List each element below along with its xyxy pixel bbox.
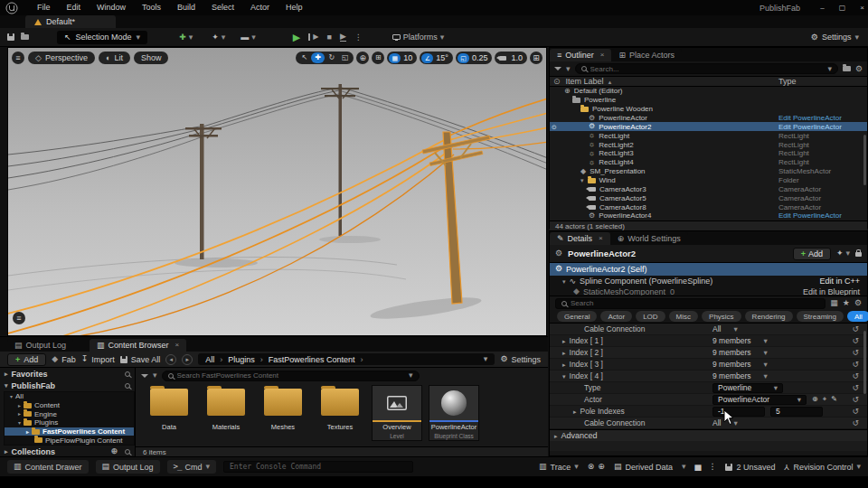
outliner-row[interactable]: WindFolder [550, 176, 867, 185]
output-log-button[interactable]: Output Log [96, 460, 160, 474]
collapsed-arrow-icon[interactable] [562, 350, 566, 356]
outliner-search-input[interactable] [590, 65, 825, 73]
rotate-tool-button[interactable] [325, 52, 338, 63]
outliner-row[interactable]: Powerline Wooden [550, 105, 867, 114]
index-3-members-dropdown[interactable]: 9 members [712, 360, 768, 369]
property-row-index-4[interactable]: Index [ 4 ]9 members [550, 371, 867, 382]
rotation-snap-control[interactable]: 15° [420, 52, 453, 64]
filter-tab-misc[interactable]: Misc [669, 311, 698, 322]
search-icon[interactable] [125, 449, 130, 455]
edit-actor-link[interactable]: Edit PowerlineActor [778, 211, 842, 220]
cable-connection-dropdown[interactable]: All [712, 418, 738, 427]
asset-folder-meshes[interactable]: Meshes [257, 385, 309, 446]
unreal-logo-icon[interactable] [0, 0, 24, 15]
asset-powerlineactor-blueprint[interactable]: PowerlineActor Blueprint Class [428, 385, 480, 446]
blueprint-convert-dropdown[interactable] [836, 249, 850, 258]
asset-overview-level[interactable]: Overview Level [371, 385, 423, 446]
derived-data-dropdown[interactable]: Derived Data [614, 463, 686, 472]
platforms-dropdown[interactable]: Platforms [392, 33, 445, 42]
advanced-section-header[interactable]: Advanced [550, 429, 867, 441]
search-icon[interactable] [125, 383, 130, 389]
filter-tab-actor[interactable]: Actor [600, 311, 632, 322]
move-tool-button[interactable] [311, 52, 325, 63]
tab-output-log[interactable]: Output Log [7, 339, 73, 352]
asset-search-box[interactable] [162, 371, 420, 381]
tab-outliner[interactable]: Outliner [550, 49, 611, 61]
type-column[interactable]: Type [778, 77, 797, 86]
breadcrumb-plugins[interactable]: Plugins [228, 355, 255, 364]
create-folder-icon[interactable] [843, 66, 851, 71]
menu-build[interactable]: Build [169, 0, 203, 15]
edit-actor-link[interactable]: Edit PowerlineActor [778, 123, 842, 131]
outliner-row[interactable]: SM_PresentationStaticMeshActor [550, 167, 867, 176]
tree-item-engine[interactable]: Engine [5, 409, 134, 418]
stop-button[interactable] [326, 33, 331, 42]
add-actor-dropdown[interactable] [179, 33, 193, 42]
selection-mode-dropdown[interactable]: Selection Mode [57, 31, 147, 44]
property-row-index-3[interactable]: Index [ 3 ]9 members [550, 359, 867, 371]
details-scrollbar[interactable] [863, 331, 866, 394]
perspective-dropdown[interactable]: ◇Perspective [28, 52, 95, 64]
edit-in-cpp-link[interactable]: Edit in C++ [819, 277, 860, 286]
viewport-options-menu[interactable] [12, 52, 24, 64]
reset-icon[interactable] [852, 325, 859, 333]
close-icon[interactable] [600, 52, 605, 59]
blueprints-dropdown[interactable] [212, 33, 225, 42]
launch-button[interactable] [340, 33, 346, 42]
actor-reference-dropdown[interactable]: PowerlineActor [712, 395, 807, 405]
back-button[interactable]: ◂ [165, 354, 176, 365]
details-search-input[interactable] [571, 299, 819, 307]
level-tab[interactable]: Default* [25, 15, 116, 28]
eye-icon[interactable] [552, 124, 557, 130]
visibility-column-icon[interactable] [553, 78, 561, 86]
component-row-spline[interactable]: Spline Component (PowerlineSpline)Edit i… [550, 276, 867, 288]
scale-snap-control[interactable]: 0.25 [456, 52, 493, 64]
component-row-self[interactable]: PowerlineActor2 (Self) [550, 263, 867, 276]
scale-tool-button[interactable] [338, 52, 352, 63]
outliner-row[interactable]: CameraActor8CameraActor [550, 202, 867, 211]
close-icon[interactable] [599, 235, 603, 242]
close-icon[interactable] [175, 342, 180, 349]
project-section[interactable]: PublishFab [0, 380, 135, 391]
menu-select[interactable]: Select [203, 0, 242, 15]
save-all-button[interactable]: Save All [120, 355, 161, 364]
menu-window[interactable]: Window [89, 0, 134, 15]
revision-control-dropdown[interactable]: Revision Control [784, 463, 861, 472]
outliner-row[interactable]: RectLight2RectLight [550, 140, 867, 149]
chevron-down-icon[interactable] [566, 65, 571, 73]
console-command-input[interactable] [223, 461, 413, 473]
notification-icons[interactable] [588, 463, 605, 471]
grid-snap-control[interactable]: 10 [387, 52, 417, 64]
use-selected-icon[interactable] [823, 396, 827, 403]
favorites-section[interactable]: Favorites [0, 368, 135, 380]
item-label-column[interactable]: Item Label [566, 77, 604, 86]
filter-tab-streaming[interactable]: Streaming [797, 311, 844, 322]
content-browser-settings[interactable]: Settings [500, 355, 541, 364]
breadcrumb-all[interactable]: All [205, 355, 214, 364]
asset-folder-data[interactable]: Data [143, 385, 195, 446]
minimize-button[interactable] [820, 5, 824, 12]
filter-tab-physics[interactable]: Physics [702, 311, 741, 322]
frame-skip-button[interactable] [308, 33, 318, 41]
reset-icon[interactable] [852, 372, 859, 380]
tab-place-actors[interactable]: Place Actors [611, 49, 682, 61]
outliner-row[interactable]: CameraActor3CameraActor [550, 184, 867, 193]
menu-file[interactable]: File [29, 0, 59, 15]
display-options-icon[interactable] [830, 299, 838, 307]
world-space-toggle[interactable] [356, 52, 369, 64]
asset-folder-textures[interactable]: Textures [314, 385, 366, 446]
outliner-row[interactable]: PowerlineActorEdit PowerlineActor [550, 114, 867, 123]
outliner-settings-icon[interactable] [855, 65, 863, 73]
cable-connection-dropdown[interactable]: All [712, 324, 738, 333]
reset-icon[interactable] [852, 384, 859, 392]
tree-item-fastpowerlines[interactable]: FastPowerlines Content [5, 427, 134, 436]
type-dropdown[interactable]: Powerline [712, 383, 783, 393]
menu-edit[interactable]: Edit [59, 0, 90, 15]
tab-details[interactable]: Details [550, 232, 610, 245]
cinematics-dropdown[interactable] [241, 33, 256, 42]
expanded-arrow-icon[interactable] [562, 278, 566, 285]
menu-tools[interactable]: Tools [134, 0, 169, 15]
trace-dropdown[interactable]: Trace [539, 463, 579, 472]
maximize-viewport-button[interactable] [530, 52, 542, 64]
reset-icon[interactable] [852, 349, 859, 357]
